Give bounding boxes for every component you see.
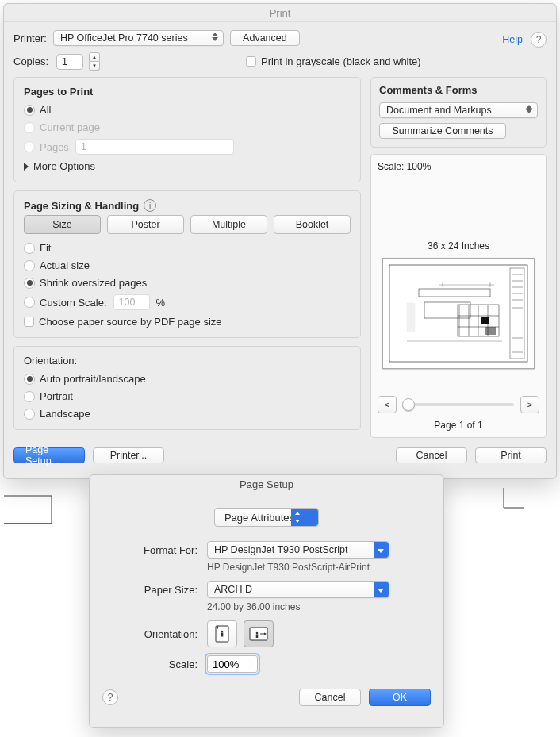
preview-slider[interactable] xyxy=(403,403,514,406)
slider-thumb[interactable] xyxy=(402,398,415,411)
help-link[interactable]: Help xyxy=(502,34,523,45)
more-options-label: More Options xyxy=(33,160,95,172)
advanced-button-label: Advanced xyxy=(243,33,287,44)
help-icon[interactable]: ? xyxy=(102,689,118,705)
cancel-button[interactable]: Cancel xyxy=(396,447,467,463)
format-for-label: Format For: xyxy=(102,544,198,556)
shrink-radio[interactable]: Shrink oversized pages xyxy=(24,277,351,289)
grayscale-checkbox[interactable]: Print in grayscale (black and white) xyxy=(246,56,421,67)
radio-icon xyxy=(24,260,35,271)
pages-to-print-group: Pages to Print All Current page xyxy=(13,77,361,182)
radio-icon xyxy=(24,391,35,402)
ps-ok-label: OK xyxy=(393,692,407,703)
portrait-page-icon xyxy=(215,625,229,643)
tab-multiple-label: Multiple xyxy=(212,219,246,230)
popup-caret-icon xyxy=(374,542,389,558)
pages-current-radio: Current page xyxy=(24,121,351,133)
svg-rect-33 xyxy=(256,635,259,639)
radio-icon xyxy=(24,141,35,152)
fit-radio[interactable]: Fit xyxy=(24,242,351,254)
svg-rect-28 xyxy=(221,633,224,637)
scale-label-ps: Scale: xyxy=(102,658,198,670)
checkbox-icon xyxy=(246,56,256,67)
print-button[interactable]: Print xyxy=(475,447,547,463)
copies-stepper[interactable]: ▲ ▼ xyxy=(89,52,98,71)
chevron-right-icon: > xyxy=(527,400,532,409)
tab-booklet[interactable]: Booklet xyxy=(274,215,351,234)
chevron-left-icon: < xyxy=(385,400,389,409)
orientation-auto-label: Auto portrait/landscape xyxy=(40,373,146,385)
choose-source-label: Choose paper source by PDF page size xyxy=(39,316,222,328)
page-setup-title: Page Setup xyxy=(240,478,293,490)
printer-select-value: HP OfficeJet Pro 7740 series xyxy=(60,33,188,44)
printer-select[interactable]: HP OfficeJet Pro 7740 series xyxy=(53,30,224,46)
svg-rect-10 xyxy=(419,289,490,297)
orientation-landscape-label: Landscape xyxy=(40,408,90,420)
choose-source-checkbox[interactable]: Choose paper source by PDF page size xyxy=(24,316,351,328)
print-dialog: Print Printer: HP OfficeJet Pro 7740 ser… xyxy=(3,3,557,479)
orientation-group: Orientation: Auto portrait/landscape Por… xyxy=(13,346,361,430)
radio-icon xyxy=(24,278,35,289)
more-options-disclosure[interactable]: More Options xyxy=(24,160,351,172)
print-titlebar: Print xyxy=(4,4,556,22)
printer-label: Printer: xyxy=(13,33,47,44)
orientation-auto-radio[interactable]: Auto portrait/landscape xyxy=(24,373,351,385)
orientation-landscape-button[interactable] xyxy=(244,620,274,647)
custom-label: Custom Scale: xyxy=(40,297,107,309)
popup-caret-icon xyxy=(291,509,318,526)
landscape-page-icon xyxy=(249,627,268,641)
radio-icon xyxy=(24,297,35,308)
tab-size-label: Size xyxy=(52,219,71,230)
tab-size[interactable]: Size xyxy=(24,215,101,234)
preview-prev-button[interactable]: < xyxy=(378,396,397,413)
summarize-comments-button[interactable]: Summarize Comments xyxy=(379,123,506,139)
svg-point-27 xyxy=(221,631,224,633)
pages-current-label: Current page xyxy=(40,121,100,133)
comments-select[interactable]: Document and Markups xyxy=(379,102,538,118)
preview-next-button[interactable]: > xyxy=(520,396,539,413)
radio-icon xyxy=(24,243,35,254)
orientation-portrait-label: Portrait xyxy=(40,390,73,402)
comments-title: Comments & Forms xyxy=(379,84,538,96)
tab-booklet-label: Booklet xyxy=(296,219,329,230)
info-icon[interactable]: i xyxy=(144,199,156,212)
fit-label: Fit xyxy=(40,242,51,254)
custom-scale-radio[interactable]: Custom Scale: xyxy=(24,297,107,309)
paper-size-select[interactable]: ARCH D xyxy=(207,581,389,598)
ps-cancel-button[interactable]: Cancel xyxy=(299,689,361,706)
pages-all-radio[interactable]: All xyxy=(24,104,351,116)
tab-poster[interactable]: Poster xyxy=(107,215,184,234)
page-setup-dialog: Page Setup Page Attributes Format For: H… xyxy=(89,474,444,728)
comments-forms-group: Comments & Forms Document and Markups Su… xyxy=(370,77,547,148)
ps-ok-button[interactable]: OK xyxy=(369,689,431,706)
orientation-label-ps: Orientation: xyxy=(102,628,198,640)
printer-button[interactable]: Printer... xyxy=(93,447,164,463)
disclosure-triangle-icon xyxy=(24,163,29,171)
help-icon[interactable]: ? xyxy=(531,32,547,48)
format-for-value: HP DesignJet T930 PostScript xyxy=(214,544,347,555)
orientation-landscape-radio[interactable]: Landscape xyxy=(24,408,351,420)
page-setup-titlebar: Page Setup xyxy=(90,475,443,493)
grayscale-label: Print in grayscale (black and white) xyxy=(261,56,421,67)
tab-multiple[interactable]: Multiple xyxy=(190,215,267,234)
format-for-select[interactable]: HP DesignJet T930 PostScript xyxy=(207,541,389,559)
paper-size-value: ARCH D xyxy=(214,584,252,595)
advanced-button[interactable]: Advanced xyxy=(230,30,300,46)
copies-input[interactable]: 1 xyxy=(56,54,83,70)
page-indicator: Page 1 of 1 xyxy=(378,420,539,431)
paper-size-subtext: 24.00 by 36.00 inches xyxy=(207,601,431,612)
paper-size-label: Paper Size: xyxy=(102,584,198,596)
orientation-portrait-radio[interactable]: Portrait xyxy=(24,390,351,402)
orientation-portrait-button[interactable] xyxy=(207,620,237,647)
print-title: Print xyxy=(270,7,291,19)
stepper-down-icon[interactable]: ▼ xyxy=(89,62,100,71)
stepper-up-icon[interactable]: ▲ xyxy=(89,52,100,62)
actual-size-radio[interactable]: Actual size xyxy=(24,259,351,271)
custom-scale-input: 100 xyxy=(113,294,150,310)
copies-value: 1 xyxy=(62,56,67,67)
page-setup-button[interactable]: Page Setup... xyxy=(13,447,85,463)
comments-select-value: Document and Markups xyxy=(386,105,492,116)
page-attributes-popup[interactable]: Page Attributes xyxy=(214,508,319,527)
scale-input[interactable] xyxy=(207,655,258,673)
svg-point-32 xyxy=(256,632,259,635)
